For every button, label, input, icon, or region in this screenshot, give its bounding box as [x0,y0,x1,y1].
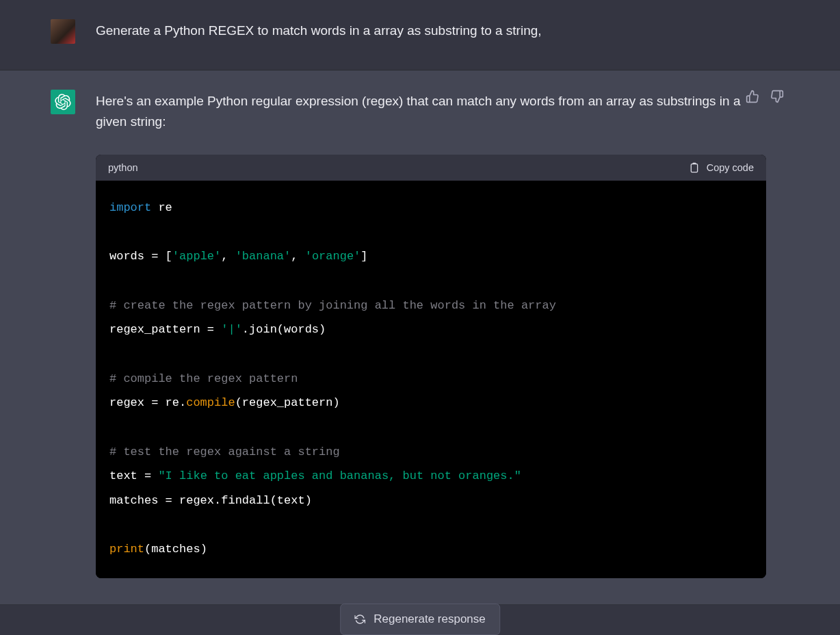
copy-code-label: Copy code [707,162,754,173]
refresh-icon [354,614,365,625]
assistant-message: Here's an example Python regular express… [0,70,840,605]
copy-code-button[interactable]: Copy code [689,161,754,174]
assistant-avatar [51,90,75,114]
code-header: python Copy code [96,155,766,181]
thumbs-down-icon[interactable] [770,90,784,103]
clipboard-icon [689,161,700,174]
user-avatar [51,19,75,44]
code-content: import re words = ['apple', 'banana', 'o… [96,181,766,578]
openai-logo-icon [55,94,71,110]
feedback-buttons [746,90,784,103]
user-message: Generate a Python REGEX to match words i… [0,0,840,70]
code-language-label: python [108,162,138,173]
thumbs-up-icon[interactable] [746,90,759,103]
regenerate-label: Regenerate response [373,612,486,626]
code-block: python Copy code import re words = ['app… [96,155,766,578]
assistant-reply-text: Here's an example Python regular express… [96,91,752,133]
user-prompt-text: Generate a Python REGEX to match words i… [96,21,780,41]
svg-rect-0 [691,164,697,172]
regenerate-button[interactable]: Regenerate response [340,604,500,635]
